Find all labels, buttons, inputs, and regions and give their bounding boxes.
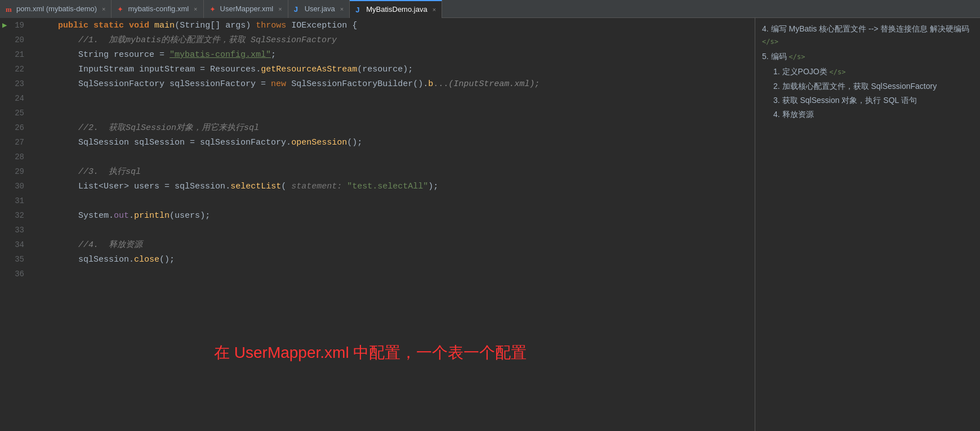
- line-number-35: 35: [0, 252, 31, 267]
- tab-pom[interactable]: m pom.xml (mybatis-demo) ×: [0, 0, 112, 18]
- code-line-25: 25: [0, 106, 755, 120]
- sub-text-4: 释放资源: [782, 110, 814, 119]
- annotation-overlay: 在 UserMapper.xml 中配置，一个表一个配置: [214, 342, 527, 363]
- tab-user[interactable]: J User.java ×: [288, 0, 350, 18]
- line-number-29: 29: [0, 164, 31, 179]
- sub-items: 1. 定义POJO类 </s> 2. 加载核心配置文件，获取 SqlSessio…: [773, 65, 973, 120]
- line-number-25: 25: [0, 106, 31, 120]
- tab-mybatisdemo-close[interactable]: ×: [433, 6, 436, 13]
- line-number-19: ▶ 19: [0, 18, 31, 33]
- tab-usermapper-label: UserMapper.xml: [220, 5, 274, 13]
- line-content-21: String resource = "mybatis-config.xml";: [35, 48, 755, 62]
- user-icon: J: [294, 5, 302, 13]
- code-line-20: 20 //1. 加载mybatis的核心配置文件，获取 SqlSessionFa…: [0, 33, 755, 47]
- line-content-33: [35, 223, 755, 238]
- panel-code-5: </s>: [789, 53, 805, 61]
- panel-item-4: 4. 编写 MyBatis 核心配置文件 --> 替换连接信息 解决硬编码 </…: [762, 23, 973, 48]
- line-content-20: //1. 加载mybatis的核心配置文件，获取 SqlSessionFacto…: [35, 33, 755, 48]
- line-number-22: 22: [0, 62, 31, 77]
- line-content-19: public static void main(String[] args) t…: [35, 19, 755, 33]
- tab-mybatis-config-label: mybatis-config.xml: [128, 5, 189, 13]
- tab-mybatisdemo-label: MyBatisDemo.java: [366, 5, 427, 14]
- line-content-29: //3. 执行sql: [35, 165, 755, 179]
- mybatis-config-icon: ✦: [117, 5, 125, 13]
- sub-item-3: 3. 获取 SqlSession 对象，执行 SQL 语句: [773, 94, 973, 106]
- line-content-34: //4. 释放资源: [35, 238, 755, 253]
- line-number-20: 20: [0, 33, 31, 47]
- line-number-34: 34: [0, 237, 31, 252]
- tab-mybatis-config[interactable]: ✦ mybatis-config.xml ×: [112, 0, 203, 18]
- code-line-24: 24: [0, 91, 755, 106]
- tab-pom-close[interactable]: ×: [102, 6, 105, 12]
- tab-bar: m pom.xml (mybatis-demo) × ✦ mybatis-con…: [0, 0, 980, 18]
- line-number-36: 36: [0, 267, 31, 281]
- code-line-34: 34 //4. 释放资源: [0, 237, 755, 252]
- main-layout: ▶ 19 public static void main(String[] ar…: [0, 18, 980, 431]
- line-number-27: 27: [0, 135, 31, 150]
- tab-user-label: User.java: [305, 5, 335, 13]
- line-number-30: 30: [0, 179, 31, 194]
- tab-mybatisdemo[interactable]: J MyBatisDemo.java ×: [350, 0, 442, 18]
- usermapper-icon: ✦: [210, 5, 217, 13]
- code-line-31: 31: [0, 194, 755, 208]
- panel-item-5: 5. 编码 </s>: [762, 50, 973, 63]
- tab-pom-label: pom.xml (mybatis-demo): [16, 5, 97, 13]
- line-content-27: SqlSession sqlSession = sqlSessionFactor…: [35, 136, 755, 150]
- line-number-31: 31: [0, 194, 31, 208]
- line-number-28: 28: [0, 150, 31, 164]
- code-line-32: 32 System.out.println(users);: [0, 208, 755, 223]
- code-line-19: ▶ 19 public static void main(String[] ar…: [0, 18, 755, 33]
- line-content-31: [35, 194, 755, 209]
- line-number-32: 32: [0, 208, 31, 223]
- sub-text-3: 获取 SqlSession 对象，执行 SQL 语句: [782, 96, 917, 105]
- mybatisdemo-icon: J: [355, 6, 363, 14]
- tab-usermapper-close[interactable]: ×: [278, 6, 282, 12]
- line-number-24: 24: [0, 91, 31, 106]
- panel-text-4: 编写 MyBatis 核心配置文件 --> 替换连接信息 解决硬编码: [771, 24, 970, 33]
- sub-idx-1: 1.: [773, 67, 780, 76]
- sub-code-1: </s>: [830, 68, 846, 76]
- line-number-33: 33: [0, 223, 31, 237]
- code-line-28: 28: [0, 150, 755, 164]
- code-line-27: 27 SqlSession sqlSession = sqlSessionFac…: [0, 135, 755, 150]
- tab-usermapper[interactable]: ✦ UserMapper.xml ×: [204, 0, 288, 18]
- line-number-21: 21: [0, 47, 31, 62]
- sub-idx-2: 2.: [773, 82, 780, 91]
- sub-text-2: 加载核心配置文件，获取 SqlSessionFactory: [782, 82, 937, 91]
- code-line-21: 21 String resource = "mybatis-config.xml…: [0, 47, 755, 62]
- line-content-30: List<User> users = sqlSession.selectList…: [35, 179, 755, 194]
- line-content-35: sqlSession.close();: [35, 253, 755, 267]
- line-content-24: [35, 92, 755, 106]
- sub-item-2: 2. 加载核心配置文件，获取 SqlSessionFactory: [773, 80, 973, 92]
- code-line-30: 30 List<User> users = sqlSession.selectL…: [0, 179, 755, 194]
- pom-icon: m: [6, 5, 14, 13]
- code-line-36: 36: [0, 267, 755, 281]
- panel-idx-4: 4.: [762, 24, 769, 33]
- panel-text-5: 编码: [771, 52, 787, 61]
- sub-item-4: 4. 释放资源: [773, 108, 973, 120]
- line-content-36: [35, 267, 755, 282]
- right-panel: 4. 编写 MyBatis 核心配置文件 --> 替换连接信息 解决硬编码 </…: [755, 18, 980, 431]
- panel-code-4: </s>: [762, 38, 778, 46]
- line-content-23: SqlSessionFactory sqlSessionFactory = ne…: [35, 77, 755, 92]
- sub-idx-4: 4.: [773, 110, 780, 119]
- line-content-26: //2. 获取SqlSession对象，用它来执行sql: [35, 121, 755, 136]
- run-icon[interactable]: ▶: [2, 18, 7, 33]
- code-line-26: 26 //2. 获取SqlSession对象，用它来执行sql: [0, 120, 755, 135]
- tab-mybatis-config-close[interactable]: ×: [194, 6, 197, 12]
- code-line-35: 35 sqlSession.close();: [0, 252, 755, 267]
- sub-text-1: 定义POJO类: [782, 67, 827, 76]
- code-lines: ▶ 19 public static void main(String[] ar…: [0, 18, 755, 281]
- code-line-29: 29 //3. 执行sql: [0, 164, 755, 179]
- tab-user-close[interactable]: ×: [340, 6, 344, 12]
- line-content-28: [35, 150, 755, 165]
- line-number-26: 26: [0, 120, 31, 135]
- line-number-23: 23: [0, 77, 31, 91]
- sub-item-1: 1. 定义POJO类 </s>: [773, 65, 973, 78]
- sub-idx-3: 3.: [773, 96, 780, 105]
- code-editor[interactable]: ▶ 19 public static void main(String[] ar…: [0, 18, 755, 431]
- panel-idx-5: 5.: [762, 52, 769, 61]
- code-line-33: 33: [0, 223, 755, 237]
- line-content-22: InputStream inputStream = Resources.getR…: [35, 62, 755, 77]
- line-content-32: System.out.println(users);: [35, 209, 755, 223]
